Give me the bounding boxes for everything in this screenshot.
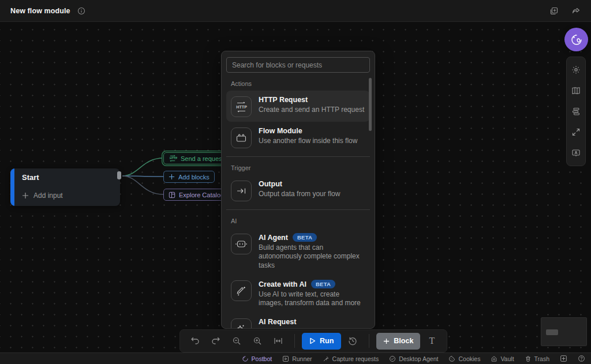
robot-icon <box>231 234 252 254</box>
catalog-icon <box>169 192 175 198</box>
list-item-output[interactable]: Output Output data from your flow <box>226 175 370 206</box>
trash-icon <box>525 355 532 362</box>
item-description: Use AI to write text, create images, tra… <box>259 290 365 308</box>
plus-icon <box>22 192 29 199</box>
item-title: AI Request <box>259 318 296 326</box>
runner-icon <box>282 355 289 362</box>
library-button[interactable] <box>567 81 585 100</box>
runner-button[interactable]: Runner <box>282 355 312 362</box>
beta-badge: BETA <box>311 280 335 288</box>
layers-button[interactable] <box>567 102 585 121</box>
vault-icon <box>491 355 498 362</box>
duplicate-icon[interactable] <box>549 6 559 16</box>
item-description: Output data from your flow <box>259 190 340 198</box>
minimap-node <box>546 329 558 335</box>
section-label-actions: Actions <box>231 80 365 87</box>
history-icon <box>348 336 357 346</box>
sparkles-icon <box>231 318 252 329</box>
settings-button[interactable] <box>567 61 585 79</box>
undo-button[interactable] <box>186 332 204 350</box>
connector-lines <box>115 148 169 205</box>
block-button[interactable]: Block <box>376 333 420 350</box>
flow-module-icon <box>231 127 252 148</box>
top-bar: New flow module <box>0 0 591 22</box>
item-title: Create with AI <box>259 280 306 288</box>
text-tool-icon: T <box>429 336 435 346</box>
send-a-request-button[interactable]: HTTP Send a request <box>163 152 229 164</box>
page-title: New flow module <box>10 7 70 15</box>
item-description: Use another flow inside this flow <box>259 137 357 145</box>
vault-button[interactable]: Vault <box>491 355 514 362</box>
beta-badge: BETA <box>293 233 317 242</box>
help-button[interactable] <box>578 355 585 362</box>
info-icon[interactable] <box>77 7 85 15</box>
add-input-button[interactable]: Add input <box>22 192 63 200</box>
panel-layout-button[interactable] <box>560 355 567 362</box>
section-label-trigger: Trigger <box>231 164 365 171</box>
capture-icon <box>323 355 330 362</box>
presentation-button[interactable] <box>567 144 585 162</box>
minimap[interactable] <box>541 317 587 346</box>
section-label-ai: AI <box>231 217 365 224</box>
postbot-icon <box>570 33 583 47</box>
canvas-toolbar: Run Block T <box>179 329 447 352</box>
explore-catalog-button[interactable]: Explore Catalog <box>163 189 229 201</box>
capture-requests-button[interactable]: Capture requests <box>323 355 379 362</box>
postbot-button[interactable]: Postbot <box>242 355 272 362</box>
panel-scrollbar[interactable] <box>369 78 372 131</box>
list-item-ai-request[interactable]: AI Request Create and send an AI request <box>226 313 370 329</box>
output-icon <box>231 181 252 201</box>
item-description: Create and send an HTTP request <box>259 106 364 114</box>
run-history-button[interactable] <box>343 332 362 350</box>
toolbar-divider <box>294 334 295 348</box>
http-icon: HTTP <box>231 96 252 117</box>
text-tool-button[interactable]: T <box>422 332 441 350</box>
flow-canvas[interactable]: Start Add input HTTP Send a request Add … <box>0 22 591 352</box>
gear-icon <box>571 65 581 74</box>
item-description: Build agents that can autonomously compl… <box>259 243 365 270</box>
list-item-ai-agent[interactable]: AI Agent BETA Build agents that can auto… <box>226 228 370 275</box>
presentation-icon <box>571 148 581 157</box>
zoom-in-icon <box>253 336 262 346</box>
split-panel-icon <box>560 355 567 362</box>
item-title: Output <box>259 180 282 188</box>
item-description: Create and send an AI request <box>259 328 353 329</box>
cookies-button[interactable]: Cookies <box>448 355 480 362</box>
help-icon <box>578 355 585 362</box>
cookie-icon <box>448 355 455 362</box>
pen-sparkle-icon <box>231 280 252 301</box>
zoom-out-icon <box>232 336 241 346</box>
postbot-fab-button[interactable] <box>564 28 588 51</box>
list-item-flow-module[interactable]: Flow Module Use another flow inside this… <box>226 122 370 153</box>
share-icon[interactable] <box>571 6 581 16</box>
run-button[interactable]: Run <box>302 333 341 350</box>
list-item-create-with-ai[interactable]: Create with AI BETA Use AI to write text… <box>226 275 370 313</box>
open-book-icon <box>571 86 581 95</box>
item-title: AI Agent <box>259 234 288 242</box>
add-blocks-button[interactable]: Add blocks <box>163 171 215 183</box>
zoom-out-button[interactable] <box>227 332 246 350</box>
start-block[interactable]: Start Add input <box>10 168 120 206</box>
fit-view-button[interactable] <box>269 332 287 350</box>
toolbar-divider <box>369 334 369 348</box>
item-title: Flow Module <box>259 127 302 135</box>
trash-button[interactable]: Trash <box>525 355 549 362</box>
block-search-panel: Actions HTTP HTTP Request Create and sen… <box>221 51 375 329</box>
undo-icon <box>190 337 200 345</box>
redo-button[interactable] <box>207 332 225 350</box>
output-port[interactable] <box>117 171 121 179</box>
plus-icon <box>169 174 175 180</box>
section-divider <box>226 209 370 210</box>
search-input[interactable] <box>226 57 370 73</box>
layers-icon <box>571 107 581 116</box>
redo-icon <box>211 337 220 345</box>
list-item-http-request[interactable]: HTTP HTTP Request Create and send an HTT… <box>226 91 370 122</box>
desktop-agent-button[interactable]: Desktop Agent <box>389 355 438 362</box>
check-circle-icon <box>389 355 396 362</box>
start-block-title: Start <box>22 173 39 182</box>
expand-button[interactable] <box>567 123 585 141</box>
right-toolbar <box>566 57 586 166</box>
svg-text:HTTP: HTTP <box>236 104 247 110</box>
zoom-in-button[interactable] <box>248 332 267 350</box>
http-icon: HTTP <box>169 155 177 162</box>
